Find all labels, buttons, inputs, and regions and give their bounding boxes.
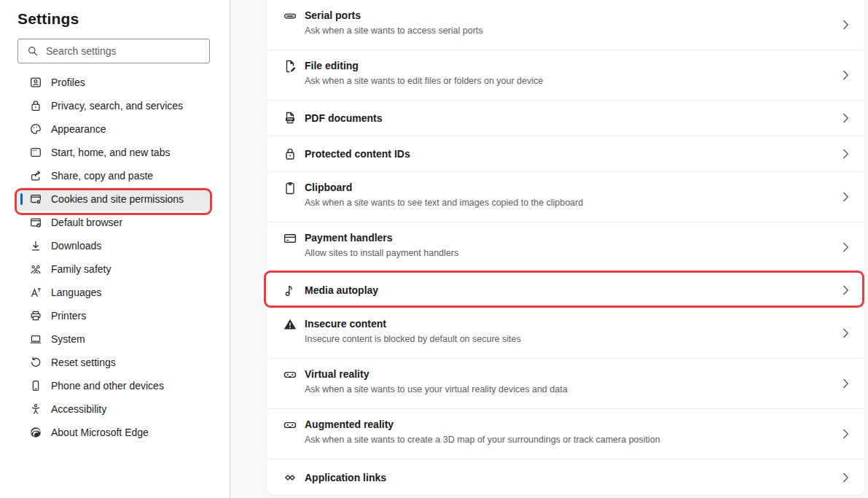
default-browser-icon [29,216,42,229]
chevron-right-icon [842,378,849,389]
sidebar-nav: Profiles Privacy, search, and services [0,71,230,444]
downloads-icon [29,239,42,252]
permission-title: Serial ports [305,9,483,22]
serial-port-icon [283,9,297,23]
permission-title: Clipboard [305,181,583,194]
sidebar-item-appearance[interactable]: Appearance [17,117,210,141]
profiles-icon [29,76,42,89]
permission-row-augmented-reality[interactable]: Augmented reality Ask when a site wants … [267,409,864,459]
search-settings-box[interactable] [17,39,210,63]
permission-row-clipboard[interactable]: Clipboard Ask when a site wants to see t… [267,172,864,222]
chevron-right-icon [842,113,849,124]
permission-subtitle: Allow sites to install payment handlers [305,247,458,259]
clipboard-icon [283,181,297,195]
chevron-right-icon [842,20,849,31]
sidebar-item-profiles[interactable]: Profiles [17,71,210,94]
sidebar-item-label: Family safety [51,263,111,275]
permission-row-file-editing[interactable]: File editing Ask when a site wants to ed… [267,50,864,101]
chevron-right-icon [842,149,849,160]
sidebar-item-label: Accessibility [51,403,106,415]
permission-title: Augmented reality [305,418,660,431]
sidebar-item-reset-settings[interactable]: Reset settings [17,351,210,374]
permission-row-payment-handlers[interactable]: Payment handlers Allow sites to install … [267,222,864,273]
protected-content-icon [283,147,297,161]
pdf-documents-icon: PDF [283,111,297,125]
permission-row-protected-content[interactable]: Protected content IDs [267,136,864,172]
permission-title: Application links [305,471,386,484]
search-input[interactable] [46,45,203,57]
sidebar-item-label: Reset settings [51,357,116,368]
sidebar-item-label: Privacy, search, and services [51,100,183,112]
sidebar-item-label: Share, copy and paste [51,170,153,182]
chevron-right-icon [842,472,849,483]
permission-subtitle: Ask when a site wants to create a 3D map… [305,434,660,446]
application-links-icon [283,470,297,485]
permission-subtitle: Ask when a site wants to see text and im… [305,197,583,209]
sidebar-item-accessibility[interactable]: Accessibility [17,397,210,421]
svg-text:PDF: PDF [287,118,293,121]
sidebar-item-label: About Microsoft Edge [51,427,149,438]
sidebar-item-label: Printers [51,310,86,322]
start-home-tabs-icon [29,146,42,159]
permission-row-media-autoplay[interactable]: Media autoplay [267,273,864,308]
sidebar-item-family-safety[interactable]: Family safety [17,257,210,281]
permission-row-application-links[interactable]: Application links [267,459,864,495]
reset-icon [29,356,42,369]
sidebar-item-default-browser[interactable]: Default browser [17,211,210,234]
accessibility-icon [29,402,42,416]
sidebar-item-languages[interactable]: Languages [17,281,210,304]
languages-icon [29,286,42,299]
sidebar-item-privacy[interactable]: Privacy, search, and services [17,94,210,117]
sidebar-item-phone-devices[interactable]: Phone and other devices [17,374,210,397]
file-editing-icon [283,59,297,74]
sidebar-item-cookies-permissions[interactable]: Cookies and site permissions [17,187,210,211]
permission-title: Media autoplay [305,284,378,297]
sidebar-item-label: Phone and other devices [51,380,164,392]
ar-headset-icon [283,418,297,432]
chevron-right-icon [842,429,849,440]
permission-row-pdf-documents[interactable]: PDF PDF documents [267,101,864,136]
permission-subtitle: Insecure content is blocked by default o… [305,333,521,345]
chevron-right-icon [842,328,849,339]
sidebar-item-printers[interactable]: Printers [17,304,210,327]
vr-headset-icon [283,367,297,382]
sidebar-item-system[interactable]: System [17,327,210,351]
sidebar-item-label: Appearance [51,123,106,135]
selection-indicator [20,193,23,205]
cookies-permissions-icon [29,192,42,206]
chevron-right-icon [842,192,849,203]
permission-row-virtual-reality[interactable]: Virtual reality Ask when a site wants to… [267,359,864,409]
permission-title: Insecure content [305,317,521,330]
settings-sidebar: Settings Profiles [0,0,230,498]
permission-title: Protected content IDs [305,147,410,160]
sidebar-item-downloads[interactable]: Downloads [17,234,210,257]
chevron-right-icon [842,242,849,253]
page-title: Settings [17,10,230,28]
sidebar-item-share-copy-paste[interactable]: Share, copy and paste [17,164,210,187]
permission-row-insecure-content[interactable]: Insecure content Insecure content is blo… [267,308,864,359]
chevron-right-icon [842,285,849,296]
share-icon [29,169,42,182]
permission-title: Virtual reality [305,367,568,381]
sidebar-item-start-home-tabs[interactable]: Start, home, and new tabs [17,141,210,164]
sidebar-item-label: Default browser [51,217,122,228]
sidebar-item-label: Profiles [51,77,85,88]
edge-logo-icon [29,426,42,439]
family-safety-icon [29,262,42,276]
privacy-lock-icon [29,99,42,112]
edge-settings-page: Settings Profiles [0,0,868,498]
permission-subtitle: Ask when a site wants to access serial p… [305,25,483,36]
chevron-right-icon [842,70,849,81]
sidebar-item-label: Start, home, and new tabs [51,147,170,158]
sidebar-item-about-edge[interactable]: About Microsoft Edge [17,421,210,444]
sidebar-item-label: Downloads [51,240,101,252]
media-autoplay-icon [283,283,297,297]
permission-row-serial-ports[interactable]: Serial ports Ask when a site wants to ac… [267,0,864,50]
permission-subtitle: Ask when a site wants to use your virtua… [305,384,568,395]
sidebar-item-label: Cookies and site permissions [51,193,184,205]
phone-icon [29,379,42,392]
permission-title: Payment handlers [305,231,458,244]
permission-title: PDF documents [305,112,383,125]
insecure-content-icon [283,317,297,332]
permission-subtitle: Ask when a site wants to edit files or f… [305,75,543,87]
